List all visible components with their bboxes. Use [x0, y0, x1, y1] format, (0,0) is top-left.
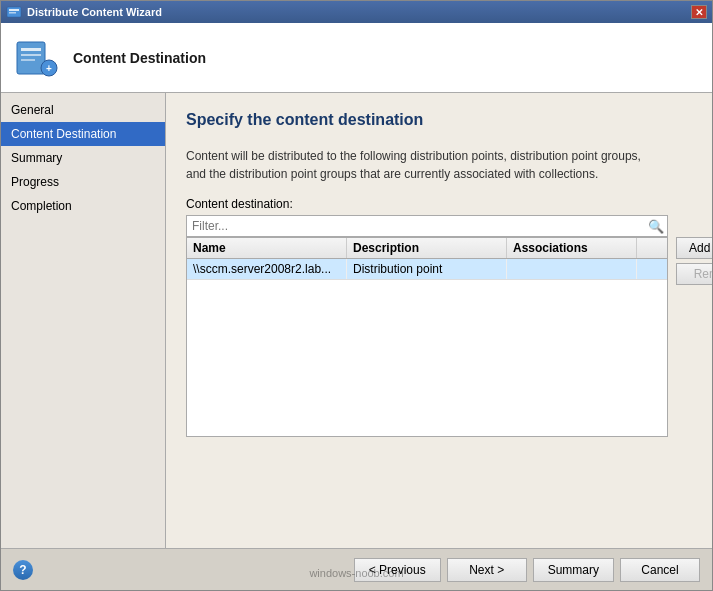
sidebar: General Content Destination Summary Prog… — [1, 93, 166, 548]
add-button[interactable]: Add — [676, 237, 712, 259]
table-row[interactable]: \\sccm.server2008r2.lab... Distribution … — [187, 259, 667, 280]
filter-and-buttons-row: 🔍 Name Description Associations \\sccm.s… — [186, 215, 692, 437]
title-bar-left: Distribute Content Wizard — [6, 4, 162, 20]
sidebar-item-general[interactable]: General — [1, 98, 165, 122]
footer-right: < Previous Next > Summary Cancel — [354, 558, 700, 582]
cell-associations — [507, 259, 637, 279]
title-bar: Distribute Content Wizard ✕ — [1, 1, 712, 23]
search-icon: 🔍 — [648, 219, 664, 234]
sidebar-item-content-destination[interactable]: Content Destination — [1, 122, 165, 146]
summary-button[interactable]: Summary — [533, 558, 614, 582]
col-name: Name — [187, 238, 347, 258]
col-description: Description — [347, 238, 507, 258]
sidebar-item-completion[interactable]: Completion — [1, 194, 165, 218]
wizard-header: + Content Destination — [1, 23, 712, 93]
svg-rect-1 — [9, 9, 19, 11]
cell-description: Distribution point — [347, 259, 507, 279]
remove-button[interactable]: Remove — [676, 263, 712, 285]
cell-extra — [637, 259, 667, 279]
next-button[interactable]: Next > — [447, 558, 527, 582]
svg-rect-6 — [21, 59, 35, 61]
col-associations: Associations — [507, 238, 637, 258]
side-buttons: Add ▼ Remove — [676, 215, 712, 285]
content-title: Specify the content destination — [186, 111, 692, 129]
add-button-container: Add ▼ — [676, 237, 712, 259]
svg-text:+: + — [46, 63, 52, 74]
footer-left: ? — [13, 560, 33, 580]
header-title: Content Destination — [73, 50, 206, 66]
header-icon: + — [13, 34, 61, 82]
description-text: Content will be distributed to the follo… — [186, 147, 646, 183]
col-extra — [637, 238, 667, 258]
content-destination-label: Content destination: — [186, 197, 692, 211]
wizard-window: Distribute Content Wizard ✕ + Content De… — [0, 0, 713, 591]
svg-rect-4 — [21, 48, 41, 51]
title-text: Distribute Content Wizard — [27, 6, 162, 18]
cancel-button[interactable]: Cancel — [620, 558, 700, 582]
help-button[interactable]: ? — [13, 560, 33, 580]
filter-input-container: 🔍 — [186, 215, 668, 237]
content-area: Specify the content destination Content … — [166, 93, 712, 548]
footer: ? < Previous Next > Summary Cancel — [1, 548, 712, 590]
sidebar-item-progress[interactable]: Progress — [1, 170, 165, 194]
close-button[interactable]: ✕ — [691, 5, 707, 19]
previous-button[interactable]: < Previous — [354, 558, 441, 582]
table-header: Name Description Associations — [187, 238, 667, 259]
wizard-icon — [6, 4, 22, 20]
sidebar-item-summary[interactable]: Summary — [1, 146, 165, 170]
filter-input[interactable] — [186, 215, 668, 237]
svg-rect-5 — [21, 54, 41, 56]
filter-and-table: 🔍 Name Description Associations \\sccm.s… — [186, 215, 668, 437]
filter-row: 🔍 — [186, 215, 668, 237]
content-table: Name Description Associations \\sccm.ser… — [186, 237, 668, 437]
svg-rect-2 — [9, 12, 16, 14]
main-area: General Content Destination Summary Prog… — [1, 93, 712, 548]
cell-name: \\sccm.server2008r2.lab... — [187, 259, 347, 279]
